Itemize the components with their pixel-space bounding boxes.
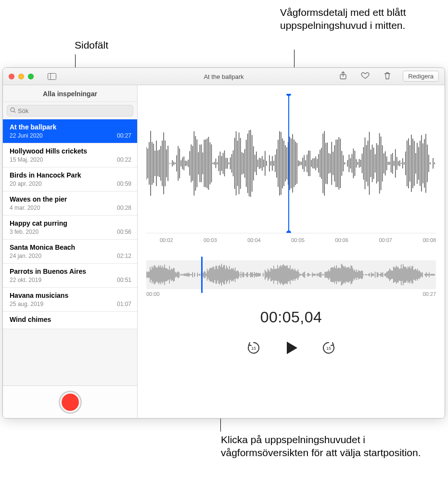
svg-rect-0 bbox=[48, 73, 56, 79]
recording-row[interactable]: Santa Monica Beach24 jan. 202002:12 bbox=[3, 240, 137, 264]
ruler-tick: 00:08 bbox=[422, 237, 436, 243]
recording-title: Parrots in Buenos Aires bbox=[10, 268, 131, 275]
close-window-button[interactable] bbox=[9, 74, 14, 79]
recording-title: Hollywood Hills crickets bbox=[10, 147, 131, 155]
search-input[interactable] bbox=[18, 107, 130, 115]
recording-row[interactable]: Parrots in Buenos Aires22 okt. 201900:51 bbox=[3, 264, 137, 288]
share-button[interactable] bbox=[336, 71, 350, 82]
heart-icon bbox=[361, 72, 370, 81]
skip-forward-15-button[interactable]: 15 bbox=[321, 341, 336, 357]
time-ruler: 00:0200:0300:0400:0500:0600:0700:08 bbox=[146, 233, 436, 243]
app-window: At the ballpark Redigera Alla in bbox=[2, 67, 445, 419]
search-icon bbox=[10, 107, 16, 115]
main-panel: 00:0200:0300:0400:0500:0600:0700:08 00:0… bbox=[138, 85, 445, 418]
recording-duration: 00:28 bbox=[117, 204, 131, 211]
recording-duration: 01:07 bbox=[117, 301, 131, 307]
record-bar bbox=[3, 385, 137, 418]
callout-overview-hint: Klicka på uppspelningshuvudet i vågforms… bbox=[221, 433, 423, 459]
skip-back-icon: 15 bbox=[246, 349, 261, 357]
recording-date: 22 okt. 2019 bbox=[10, 277, 41, 283]
skip-forward-icon: 15 bbox=[321, 349, 336, 357]
recording-title: Wind chimes bbox=[10, 316, 131, 323]
recording-date: 15 Maj. 2020 bbox=[10, 156, 43, 163]
edit-button[interactable]: Redigera bbox=[403, 71, 439, 82]
recording-duration: 00:51 bbox=[117, 277, 131, 283]
recording-date: 22 Juni 2020 bbox=[10, 132, 43, 139]
share-icon bbox=[339, 71, 347, 81]
recording-title: Santa Monica Beach bbox=[10, 243, 131, 251]
svg-point-3 bbox=[11, 108, 14, 112]
recording-title: Havana musicians bbox=[10, 292, 131, 299]
recordings-list: At the ballpark22 Juni 202000:27Hollywoo… bbox=[3, 119, 137, 385]
recording-row[interactable]: Waves on the pier4 mar. 202000:28 bbox=[3, 191, 137, 216]
overview-end-label: 00:27 bbox=[422, 291, 436, 297]
trash-icon bbox=[384, 72, 391, 81]
recording-row[interactable]: Hollywood Hills crickets15 Maj. 202000:2… bbox=[3, 143, 137, 167]
ruler-tick: 00:03 bbox=[204, 237, 217, 243]
recording-title: Waves on the pier bbox=[10, 195, 131, 203]
ruler-tick: 00:05 bbox=[291, 237, 305, 243]
svg-text:15: 15 bbox=[251, 346, 256, 351]
window-controls bbox=[3, 74, 34, 79]
favorite-button[interactable] bbox=[358, 71, 372, 82]
svg-text:15: 15 bbox=[326, 346, 331, 351]
titlebar: At the ballpark Redigera bbox=[3, 68, 445, 85]
recording-title: At the ballpark bbox=[10, 123, 131, 131]
recording-date: 24 jan. 2020 bbox=[10, 253, 41, 259]
ruler-tick: 00:04 bbox=[247, 237, 261, 243]
detail-playhead[interactable] bbox=[288, 94, 289, 233]
ruler-tick: 00:02 bbox=[160, 237, 173, 243]
callout-waveform-detail: Vågformsdetalj med ett blått uppspelning… bbox=[280, 6, 444, 32]
sidebar-header: Alla inspelningar bbox=[3, 85, 137, 102]
recording-date: 3 feb. 2020 bbox=[10, 229, 38, 235]
play-icon bbox=[283, 350, 299, 357]
recording-duration: 00:59 bbox=[117, 180, 131, 187]
recording-row[interactable]: Birds in Hancock Park20 apr. 202000:59 bbox=[3, 167, 137, 191]
overview-start-label: 00:00 bbox=[146, 291, 160, 297]
recording-row[interactable]: Wind chimes bbox=[3, 312, 137, 329]
recording-date: 25 aug. 2019 bbox=[10, 301, 43, 307]
zoom-window-button[interactable] bbox=[28, 74, 34, 79]
recording-row[interactable]: Happy cat purring3 feb. 202000:56 bbox=[3, 216, 137, 240]
minimize-window-button[interactable] bbox=[18, 74, 24, 79]
recording-duration: 00:56 bbox=[117, 229, 131, 235]
waveform-detail[interactable]: 00:0200:0300:0400:0500:0600:0700:08 bbox=[138, 85, 445, 249]
skip-back-15-button[interactable]: 15 bbox=[246, 341, 261, 357]
playback-controls: 15 15 bbox=[138, 340, 445, 357]
delete-button[interactable] bbox=[381, 71, 394, 82]
record-button[interactable] bbox=[59, 391, 82, 414]
ruler-tick: 00:07 bbox=[379, 237, 392, 243]
toggle-sidebar-button[interactable] bbox=[45, 71, 59, 82]
recording-row[interactable]: At the ballpark22 Juni 202000:27 bbox=[3, 119, 137, 143]
recording-title: Birds in Hancock Park bbox=[10, 171, 131, 179]
waveform-overview[interactable] bbox=[146, 260, 436, 289]
overview-time-labels: 00:00 00:27 bbox=[146, 291, 436, 297]
recording-date: 4 mar. 2020 bbox=[10, 204, 40, 211]
overview-playhead[interactable] bbox=[201, 256, 203, 293]
svg-line-4 bbox=[14, 111, 15, 113]
recording-duration: 00:22 bbox=[117, 156, 131, 163]
recording-row[interactable]: Havana musicians25 aug. 201901:07 bbox=[3, 288, 137, 312]
callout-sidebar: Sidofält bbox=[75, 38, 108, 51]
ruler-tick: 00:06 bbox=[335, 237, 348, 243]
recording-duration: 00:27 bbox=[117, 132, 131, 139]
search-field[interactable] bbox=[7, 105, 133, 116]
record-icon bbox=[62, 394, 79, 411]
window-title: At the ballpark bbox=[204, 73, 243, 80]
sidebar: Alla inspelningar At the ballpark22 Juni… bbox=[3, 85, 138, 418]
recording-date: 20 apr. 2020 bbox=[10, 180, 42, 187]
recording-title: Happy cat purring bbox=[10, 219, 131, 227]
play-button[interactable] bbox=[283, 340, 299, 357]
recording-duration: 02:12 bbox=[117, 253, 131, 259]
current-time: 00:05,04 bbox=[138, 308, 445, 326]
